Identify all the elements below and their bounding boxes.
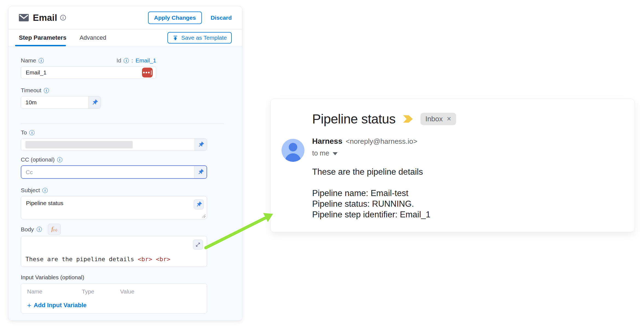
cc-input[interactable] (21, 166, 194, 178)
body-code-editor[interactable]: These are the pipeline details <br> <br>… (21, 236, 207, 267)
step-parameters-form: Name i Id i : Email_1 Timeout i (8, 46, 242, 320)
active-tab-underline (15, 45, 66, 46)
name-field-label: Name (21, 57, 36, 64)
save-template-upload-icon (172, 35, 178, 41)
email-preview-card: Pipeline status Inbox × Harness <noreply… (270, 99, 635, 232)
sender-avatar (282, 139, 304, 162)
step-panel-header: Email i Apply Changes Discard (8, 6, 242, 29)
to-runtime-input-button[interactable] (195, 139, 207, 151)
save-as-template-button[interactable]: Save as Template (167, 32, 232, 44)
section-divider (21, 123, 224, 124)
email-step-icon (19, 14, 29, 21)
cc-info-icon[interactable]: i (57, 157, 62, 162)
sender-email: <noreply@harness.io> (346, 137, 417, 146)
add-input-variable-button[interactable]: + Add Input Variable (27, 302, 86, 309)
input-variables-table: Name Type Value + Add Input Variable (21, 283, 207, 313)
email-body-line: These are the pipeline details (312, 166, 431, 177)
email-body-line: Pipeline step identifier: Email_1 (312, 209, 431, 220)
id-value[interactable]: Email_1 (135, 57, 156, 64)
step-title: Email (33, 13, 57, 23)
expand-editor-button[interactable] (193, 240, 203, 250)
email-body: These are the pipeline details Pipeline … (312, 166, 431, 220)
expand-icon (195, 242, 201, 247)
discard-button[interactable]: Discard (211, 15, 232, 21)
tab-advanced[interactable]: Advanced (80, 34, 106, 41)
step-panel-tabs: Step Parameters Advanced Save as Templat… (8, 29, 242, 46)
name-info-icon[interactable]: i (39, 58, 44, 63)
cc-field-label: CC (optional) (21, 156, 55, 163)
to-value-redacted (25, 141, 133, 148)
name-input[interactable] (21, 66, 156, 79)
apply-changes-button[interactable]: Apply Changes (148, 11, 202, 24)
email-subject: Pipeline status (312, 111, 396, 126)
subject-info-icon[interactable]: i (42, 188, 48, 193)
email-body-line (312, 177, 431, 188)
chevron-down-icon (333, 152, 338, 155)
remove-label-icon[interactable]: × (447, 115, 451, 123)
pin-icon (91, 99, 98, 106)
body-info-icon[interactable]: i (37, 227, 42, 232)
expression-fx-button[interactable]: f(x) (48, 224, 61, 235)
to-info-icon[interactable]: i (29, 130, 34, 135)
inbox-label-chip[interactable]: Inbox × (420, 113, 456, 125)
cc-runtime-input-button[interactable] (194, 166, 207, 178)
avatar-person-icon (289, 143, 297, 151)
iv-column-type: Type (82, 288, 120, 295)
pin-icon (196, 201, 202, 208)
email-body-line: Pipeline name: Email-test (312, 188, 431, 198)
id-label: Id (117, 57, 121, 64)
timeout-field-label: Timeout (21, 87, 41, 94)
pin-icon (198, 141, 204, 148)
id-colon: : (131, 57, 133, 64)
password-manager-autofill-icon[interactable] (142, 68, 153, 77)
timeout-runtime-input-button[interactable] (88, 96, 101, 108)
step-info-icon[interactable]: i (60, 15, 66, 21)
input-variables-label: Input Variables (optional) (21, 274, 224, 281)
sender-name: Harness (312, 137, 343, 146)
email-body-line: Pipeline status: RUNNING. (312, 198, 431, 209)
iv-column-value: Value (120, 288, 134, 295)
email-step-panel: Email i Apply Changes Discard Step Param… (8, 6, 242, 321)
subject-field-label: Subject (21, 187, 40, 194)
tab-step-parameters[interactable]: Step Parameters (19, 34, 66, 41)
timeout-info-icon[interactable]: i (44, 88, 49, 93)
textarea-resize-handle[interactable] (202, 214, 205, 218)
timeout-input[interactable] (21, 96, 88, 108)
subject-runtime-input-button[interactable] (194, 199, 204, 209)
iv-column-name: Name (27, 288, 82, 295)
body-field-label: Body (21, 226, 34, 233)
plus-icon: + (27, 303, 31, 308)
subject-textarea[interactable]: Pipeline status (21, 196, 207, 219)
body-code-line: These are the pipeline details <br> <br> (25, 255, 202, 263)
id-info-icon[interactable]: i (124, 58, 129, 63)
recipient-details-toggle[interactable]: to me (312, 149, 417, 157)
page: { "icons": { "info": "i", "close": "×", … (0, 0, 644, 328)
importance-marker-icon[interactable] (403, 115, 413, 123)
to-field-label: To (21, 129, 27, 136)
pin-icon (197, 169, 204, 175)
to-input[interactable] (21, 138, 207, 151)
